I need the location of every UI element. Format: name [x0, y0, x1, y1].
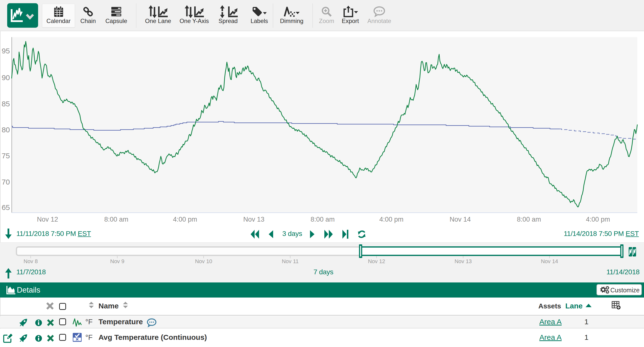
svg-text:4:00 pm: 4:00 pm: [173, 216, 197, 223]
svg-text:Nov 13: Nov 13: [454, 258, 472, 264]
svg-text:Nov 14: Nov 14: [541, 258, 558, 264]
svg-text:75: 75: [2, 152, 10, 160]
svg-text:65: 65: [2, 203, 10, 212]
svg-text:Nov 13: Nov 13: [243, 216, 264, 223]
svg-text:Nov 12: Nov 12: [368, 258, 385, 264]
svg-text:Nov 10: Nov 10: [195, 258, 212, 264]
svg-text:Nov 8: Nov 8: [24, 258, 38, 264]
svg-text:Nov 11: Nov 11: [282, 258, 298, 264]
svg-text:95: 95: [2, 47, 10, 55]
svg-text:8:00 am: 8:00 am: [104, 216, 128, 223]
svg-text:85: 85: [2, 100, 10, 108]
svg-text:4:00 pm: 4:00 pm: [379, 216, 404, 223]
svg-text:Nov 9: Nov 9: [110, 258, 124, 264]
svg-text:Nov 14: Nov 14: [450, 216, 471, 223]
svg-text:4:00 pm: 4:00 pm: [586, 216, 610, 223]
svg-text:90: 90: [2, 74, 10, 82]
svg-text:Nov 12: Nov 12: [37, 216, 58, 223]
svg-text:8:00 am: 8:00 am: [310, 216, 335, 223]
svg-text:8:00 am: 8:00 am: [517, 216, 541, 223]
svg-text:70: 70: [2, 178, 10, 186]
svg-text:80: 80: [2, 126, 10, 134]
